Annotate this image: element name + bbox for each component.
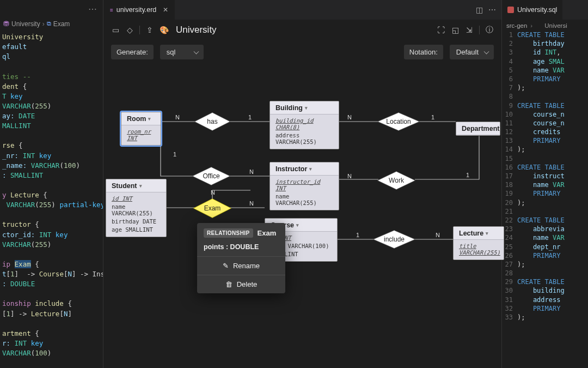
chevron-down-icon: ▾ [305, 105, 308, 111]
cardinality-label: N [347, 114, 352, 120]
left-tab-strip: ⋯ [0, 0, 103, 17]
close-icon[interactable]: ✕ [163, 6, 168, 14]
popover-type-pill: RELATIONSHIP [204, 228, 253, 238]
rel-include[interactable]: include [373, 231, 415, 248]
rel-location[interactable]: Location [378, 113, 419, 130]
separator [479, 26, 480, 34]
generate-label: Generate: [111, 45, 154, 59]
cardinality-label: N [249, 200, 254, 207]
separator [139, 26, 140, 34]
popover-attribute: points : DOUBLE [197, 240, 285, 257]
cardinality-label: 1 [431, 114, 434, 120]
rename-action[interactable]: ✎ Rename [197, 257, 285, 275]
cardinality-label: 1 [356, 232, 359, 238]
sql-code-view[interactable]: 1CREATE TABLE2 birthday3 id INT,4 age SM… [502, 31, 588, 322]
diagram-controls: Generate: sql Notation: Default [103, 40, 501, 65]
diagram-title: University [176, 25, 217, 35]
diamond-tool-icon[interactable]: ◇ [125, 26, 134, 34]
chevron-down-icon: ▾ [148, 116, 151, 122]
breadcrumb[interactable]: src-gen › Universi [502, 20, 588, 31]
diagram-pane: ≡ university.erd ✕ ◫ ⋯ ▭ ◇ ⇪ 🎨 Universit… [103, 0, 502, 368]
sql-file-icon [507, 7, 514, 13]
more-icon[interactable]: ⋯ [88, 4, 97, 14]
notation-label: Notation: [404, 45, 443, 59]
chevron-down-icon: ▾ [486, 231, 488, 236]
chevron-down-icon: ▾ [139, 183, 142, 189]
entity-student[interactable]: Student▾ id INTname VARCHAR(255)birthday… [106, 179, 167, 237]
source-code-view[interactable]: Universityefaultql ties --dent {T keyVAR… [0, 30, 103, 358]
delete-action[interactable]: 🗑 Delete [197, 275, 285, 293]
help-icon[interactable]: ⓘ [485, 26, 494, 34]
tab-university-erd[interactable]: ≡ university.erd ✕ [103, 0, 175, 20]
right-tab-bar: University.sql [502, 0, 588, 20]
diagram-toolbar: ▭ ◇ ⇪ 🎨 University ⛶ ◱ ⇲ ⓘ [103, 20, 501, 40]
cardinality-label: N [211, 189, 215, 196]
tab-actions: ◫ ⋯ [476, 0, 501, 20]
cardinality-label: N [347, 173, 352, 179]
rel-exam[interactable]: Exam [194, 199, 231, 218]
chevron-down-icon: ▾ [296, 222, 299, 228]
center-icon[interactable]: ◱ [451, 26, 460, 34]
popover-title: Exam [258, 229, 277, 237]
rel-office[interactable]: Office [193, 167, 230, 185]
file-icon: ≡ [110, 7, 113, 13]
chevron-right-icon: › [42, 20, 45, 28]
breadcrumb[interactable]: ⛃ University › ⧉ Exam [0, 17, 103, 30]
fit-screen-icon[interactable]: ⛶ [437, 26, 445, 34]
cardinality-label: N [249, 168, 254, 175]
entity-room[interactable]: Room▾ room_nr INT [121, 112, 161, 146]
sql-file-icon [536, 23, 541, 28]
chevron-down-icon: ▾ [309, 166, 312, 172]
relationship-popover: RELATIONSHIP Exam points : DOUBLE ✎ Rena… [197, 223, 285, 293]
entity-instructor[interactable]: Instructor▾ instructor_id INTname VARCHA… [270, 162, 339, 210]
relation-icon: ⧉ [47, 20, 51, 27]
entity-building[interactable]: Building▾ building_id CHAR(8)address VAR… [270, 101, 339, 149]
entity-lecture[interactable]: Lecture▾ title VARCHAR(255) [453, 226, 504, 260]
cardinality-label: N [175, 114, 180, 120]
entity-department[interactable]: Department [456, 122, 500, 136]
diagram-canvas[interactable]: Room▾ room_nr INT Building▾ building_id … [103, 65, 501, 368]
cardinality-label: 1 [466, 172, 469, 178]
left-editor-pane: ⋯ ⛃ University › ⧉ Exam Universityefault… [0, 0, 103, 368]
layout-icon[interactable]: ⇲ [465, 26, 474, 34]
cardinality-label: N [436, 232, 440, 238]
database-icon: ⛃ [3, 20, 9, 28]
tab-label: University.sql [517, 6, 557, 14]
notation-select[interactable]: Default [450, 45, 494, 59]
tab-label: university.erd [117, 6, 156, 14]
split-editor-icon[interactable]: ◫ [476, 5, 483, 14]
export-icon[interactable]: ⇪ [145, 26, 154, 34]
folder-label: src-gen [506, 22, 527, 29]
breadcrumb-child: Exam [53, 20, 70, 28]
pencil-icon: ✎ [223, 262, 229, 270]
cardinality-label: 1 [173, 151, 176, 158]
generate-select[interactable]: sql [160, 45, 204, 59]
palette-icon[interactable]: 🎨 [160, 26, 168, 34]
breadcrumb-parent: University [11, 20, 40, 28]
sql-output-pane: University.sql src-gen › Universi 1CREAT… [502, 0, 588, 368]
rel-work[interactable]: Work [378, 172, 415, 189]
rel-has[interactable]: has [195, 113, 230, 130]
rectangle-tool-icon[interactable]: ▭ [111, 26, 120, 34]
cardinality-label: 1 [248, 114, 252, 120]
more-icon[interactable]: ⋯ [488, 5, 496, 14]
editor-tab-bar: ≡ university.erd ✕ ◫ ⋯ [103, 0, 501, 20]
breadcrumb-file: Universi [544, 22, 567, 29]
tab-university-sql[interactable]: University.sql [502, 0, 562, 20]
trash-icon: 🗑 [225, 280, 232, 288]
chevron-right-icon: › [530, 22, 532, 29]
